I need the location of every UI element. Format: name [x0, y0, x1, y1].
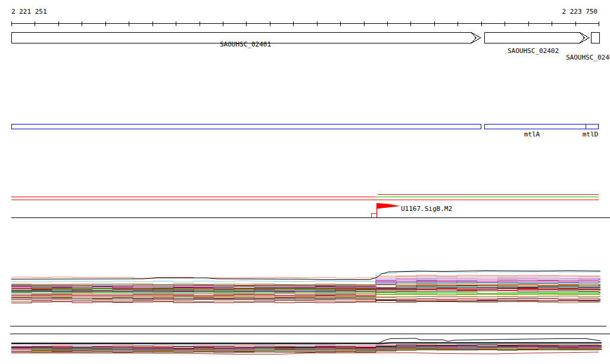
operon-box-mtl[interactable]: [485, 125, 599, 129]
region-end-coordinate: 2 223 750: [562, 8, 597, 15]
tss-marker-label: U1167.SigB.M2: [401, 205, 452, 213]
genome-browser-view: 2 221 251 2 223 750 SAOUHSC_02401 SAOUHS…: [0, 0, 610, 364]
expression-profile-upper: [11, 271, 600, 303]
region-start-coordinate: 2 221 251: [11, 8, 47, 15]
transcript-signal-track: [11, 194, 599, 200]
gene-box-saouhsc-0240[interactable]: [592, 33, 600, 43]
gene-label-saouhsc-0240: SAOUHSC_0240: [566, 54, 610, 61]
section-rules: [10, 218, 610, 334]
gene-label-saouhsc-02401: SAOUHSC_02401: [220, 41, 271, 48]
gene-label-saouhsc-02402: SAOUHSC_02402: [508, 47, 559, 55]
gene-arrow-saouhsc-02402[interactable]: [485, 33, 590, 43]
gene-track: [12, 33, 600, 43]
operon-box-upstream[interactable]: [12, 125, 481, 129]
expression-profile-lower: [11, 338, 602, 354]
tss-flag-base-square: [372, 214, 377, 218]
position-ruler: [12, 21, 599, 26]
tss-marker[interactable]: [372, 203, 401, 217]
feature-label-mtld: mtlD: [583, 130, 599, 138]
tss-flag-pennant: [377, 203, 401, 209]
expression-outline-trace: [11, 343, 602, 344]
feature-label-mtla: mtlA: [524, 130, 540, 138]
operon-track: [12, 125, 599, 129]
